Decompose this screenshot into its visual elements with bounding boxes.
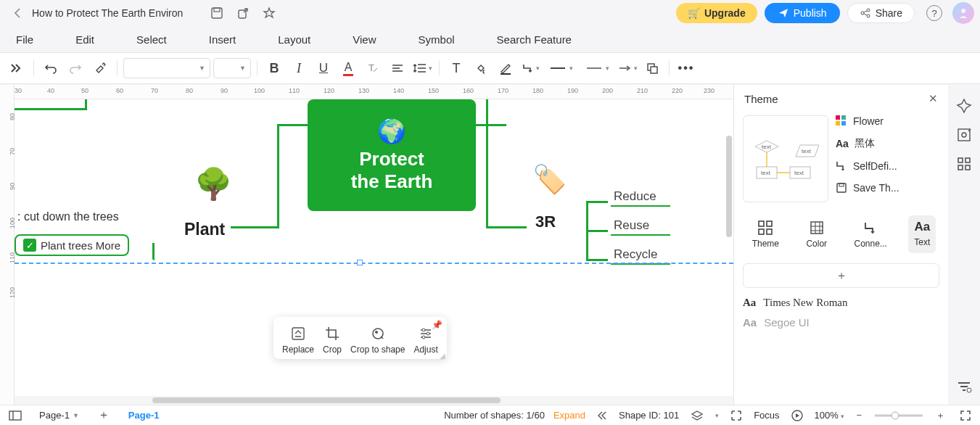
menu-search-feature[interactable]: Search Feature <box>493 30 576 49</box>
menu-insert[interactable]: Insert <box>205 30 241 49</box>
tab-theme[interactable]: Theme <box>746 215 785 253</box>
document-title[interactable]: How to Protect The Earth Environ <box>32 7 202 19</box>
zoom-out-icon[interactable]: − <box>853 410 865 421</box>
ruler-tick: 160 <box>463 87 474 94</box>
zoom-level[interactable]: 100% ▾ <box>815 410 845 421</box>
collapse-icon[interactable] <box>594 410 610 421</box>
font-aa-icon: Aa <box>743 316 757 329</box>
arrow-style-icon[interactable]: ▾ <box>617 57 638 79</box>
reduce-node[interactable]: Reduce <box>611 189 670 207</box>
focus-icon[interactable] <box>728 410 745 421</box>
3r-node[interactable]: 3R <box>535 212 556 231</box>
selection-handle[interactable] <box>357 260 363 265</box>
vertical-scrollbar[interactable] <box>726 136 733 252</box>
undo-icon[interactable] <box>40 57 62 79</box>
format-painter-icon[interactable] <box>89 57 111 79</box>
palette-strip-icon[interactable] <box>956 98 972 114</box>
plant-more-node[interactable]: ✓ Plant trees More <box>15 234 129 256</box>
close-panel-icon[interactable]: ✕ <box>928 92 938 105</box>
svg-point-17 <box>422 329 425 331</box>
svg-rect-29 <box>841 115 846 120</box>
resize-handle-icon[interactable]: ◢ <box>440 352 445 358</box>
crop-to-shape-button[interactable]: Crop to shape <box>349 323 406 356</box>
clear-format-icon[interactable]: T <box>362 57 384 79</box>
fill-icon[interactable] <box>470 57 492 79</box>
theme-preview-card[interactable]: text text text text <box>743 115 828 202</box>
menu-file[interactable]: File <box>12 30 38 49</box>
replace-button[interactable]: Replace <box>281 323 316 356</box>
tab-color[interactable]: Color <box>800 215 833 253</box>
expand-toolbar-icon[interactable] <box>6 57 28 79</box>
theme-flower-option[interactable]: Flower <box>836 115 939 127</box>
align-icon[interactable] <box>387 57 408 79</box>
outline-icon[interactable] <box>6 410 25 421</box>
horizontal-scrollbar[interactable] <box>15 396 733 405</box>
svg-rect-14 <box>292 328 304 339</box>
avatar[interactable] <box>952 2 974 24</box>
canvas[interactable]: 🌍 Protect the Earth 🌳 Plant : cut down t… <box>15 99 733 396</box>
zoom-in-icon[interactable]: ＋ <box>933 409 948 422</box>
page-dropdown[interactable]: Page-1 ▼ <box>33 410 85 421</box>
publish-button[interactable]: Publish <box>765 3 840 23</box>
cut-trees-node[interactable]: : cut down the trees <box>17 210 119 223</box>
add-font-button[interactable]: ＋ <box>743 263 939 288</box>
tab-connector[interactable]: Conne... <box>849 215 893 253</box>
page-tab-1[interactable]: Page-1 <box>123 410 165 421</box>
font-size-dropdown[interactable]: ▼ <box>213 58 251 78</box>
replace-icon <box>289 324 308 343</box>
font-family-dropdown[interactable]: ▼ <box>123 58 210 78</box>
menu-select[interactable]: Select <box>132 30 171 49</box>
favorite-icon[interactable] <box>263 7 276 20</box>
filter-strip-icon[interactable] <box>956 379 972 395</box>
fullscreen-icon[interactable] <box>957 410 974 421</box>
plant-node[interactable]: Plant <box>184 220 225 239</box>
italic-icon[interactable]: I <box>288 57 310 79</box>
text-tool-icon[interactable]: T <box>445 57 467 79</box>
line-dash-icon[interactable]: ▾ <box>580 57 614 79</box>
more-icon[interactable]: ••• <box>675 57 697 79</box>
connector-icon[interactable]: ▾ <box>519 57 541 79</box>
reuse-node[interactable]: Reuse <box>611 218 670 236</box>
bold-icon[interactable]: B <box>263 57 285 79</box>
theme-font-option[interactable]: Aa 黑体 <box>836 137 939 150</box>
help-icon[interactable]: ? <box>926 5 942 21</box>
line-color-icon[interactable] <box>495 57 516 79</box>
upgrade-button[interactable]: 🛒 Upgrade <box>676 3 757 23</box>
menu-layout[interactable]: Layout <box>273 30 315 49</box>
menu-view[interactable]: View <box>348 30 380 49</box>
svg-point-5 <box>867 15 870 17</box>
menu-edit[interactable]: Edit <box>71 30 99 49</box>
panel-tabs: Theme Color Conne... Aa Text <box>734 210 948 259</box>
expand-button[interactable]: Expand <box>553 410 585 421</box>
save-icon[interactable] <box>210 7 223 20</box>
font-segoe[interactable]: Aa Segoe UI <box>743 316 939 329</box>
line-spacing-icon[interactable]: ▾ <box>411 57 433 79</box>
layer-icon[interactable] <box>641 57 663 79</box>
save-theme-option[interactable]: Save Th... <box>836 182 939 194</box>
add-page-button[interactable]: ＋ <box>94 408 114 423</box>
theme-connector-option[interactable]: SelfDefi... <box>836 160 939 172</box>
central-node[interactable]: 🌍 Protect the Earth <box>308 99 476 211</box>
apps-strip-icon[interactable] <box>956 156 972 172</box>
shape-id-label: Shape ID: 101 <box>619 410 679 421</box>
title-bar: How to Protect The Earth Environ 🛒 Upgra… <box>0 0 980 26</box>
underline-icon[interactable]: U <box>313 57 334 79</box>
line-style-icon[interactable]: ▾ <box>544 57 577 79</box>
redo-icon[interactable] <box>65 57 86 79</box>
menu-symbol[interactable]: Symbol <box>414 30 459 49</box>
crop-button[interactable]: Crop <box>321 323 343 356</box>
share-button[interactable]: Share <box>847 3 915 23</box>
zoom-slider[interactable] <box>873 411 924 420</box>
play-icon[interactable] <box>788 410 806 421</box>
font-times[interactable]: Aa Times New Roman <box>743 297 939 309</box>
svg-text:text: text <box>794 170 804 176</box>
font-color-icon[interactable]: A <box>337 57 359 79</box>
settings-strip-icon[interactable] <box>956 127 972 143</box>
pin-icon[interactable]: 📌 <box>432 320 442 330</box>
tab-text[interactable]: Aa Text <box>908 215 936 253</box>
back-icon[interactable] <box>6 8 29 18</box>
focus-label[interactable]: Focus <box>754 410 779 421</box>
layers-icon[interactable] <box>688 410 707 421</box>
export-icon[interactable] <box>236 7 250 20</box>
save-theme-label: Save Th... <box>853 182 899 194</box>
